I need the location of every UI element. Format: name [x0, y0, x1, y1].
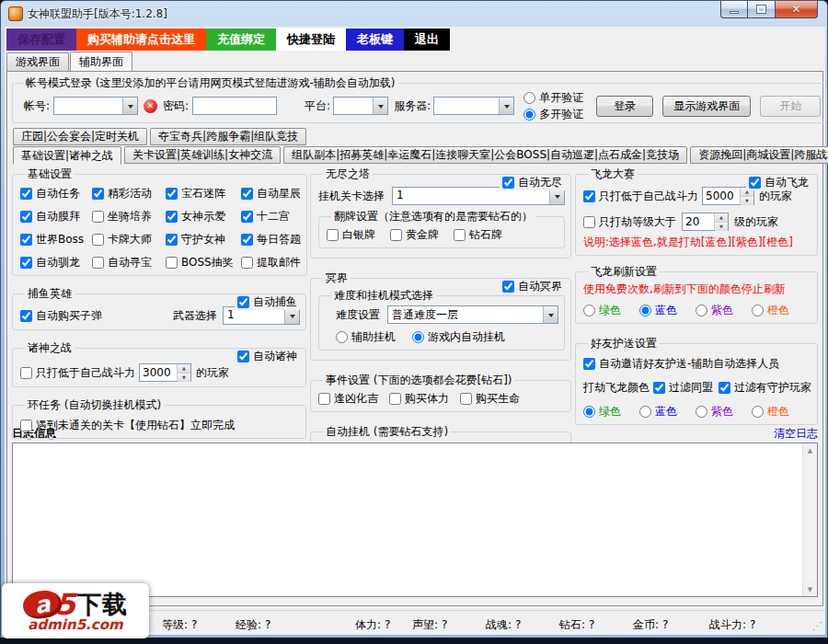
basic-item[interactable]: 宝石迷阵 — [166, 186, 241, 201]
rob-blue-input[interactable] — [639, 406, 651, 418]
refresh-color-blue[interactable]: 蓝色 — [639, 303, 677, 318]
rob-purple-input[interactable] — [696, 406, 707, 418]
close-button[interactable]: ✕ — [776, 1, 818, 18]
basic-item-checkbox[interactable] — [241, 234, 253, 246]
gods-power-filter-checkbox[interactable]: 只打低于自己战斗力 — [20, 365, 135, 381]
buy-life-checkbox[interactable]: 购买生命 — [460, 391, 520, 407]
auto-dragon-input[interactable] — [749, 177, 761, 189]
dragon-level-filter-checkbox[interactable]: 只打劫等级大于 — [583, 214, 676, 230]
basic-item-checkbox[interactable] — [20, 257, 32, 269]
rob-orange-input[interactable] — [752, 406, 764, 418]
lucky-escape-checkbox[interactable]: 逢凶化吉 — [318, 391, 378, 407]
show-game-button[interactable]: 显示游戏界面 — [662, 96, 751, 117]
password-input[interactable] — [192, 97, 277, 115]
rob-color-orange[interactable]: 橙色 — [752, 404, 789, 420]
basic-item[interactable]: 自动驯龙 — [20, 255, 92, 270]
ingame-hang-radio[interactable]: 游戏内自动挂机 — [412, 329, 505, 345]
refresh-color-purple[interactable]: 紫色 — [696, 303, 733, 318]
spinner-up-icon[interactable]: ▲ — [715, 213, 728, 223]
basic-item-checkbox[interactable] — [20, 211, 32, 223]
filter-guarded-checkbox[interactable]: 过滤有守护玩家 — [719, 380, 811, 396]
refresh-green-input[interactable] — [583, 305, 595, 316]
rob-color-blue[interactable]: 蓝色 — [639, 404, 677, 420]
basic-item-checkbox[interactable] — [166, 257, 178, 269]
auto-endless-input[interactable] — [502, 177, 514, 189]
ring-task-input[interactable] — [20, 420, 32, 431]
refresh-purple-input[interactable] — [696, 305, 707, 316]
auto-fishing-input[interactable] — [237, 296, 249, 308]
basic-item[interactable]: 每日答题 — [241, 232, 301, 247]
server-combo[interactable] — [433, 97, 514, 115]
platform-combo-dropdown-icon[interactable] — [373, 98, 387, 114]
refresh-color-orange[interactable]: 橙色 — [752, 303, 789, 318]
rob-color-purple[interactable]: 紫色 — [696, 404, 733, 420]
multi-verify-radio[interactable]: 多开验证 — [523, 107, 583, 122]
filter-guarded-input[interactable] — [719, 382, 730, 394]
dragon-power-filter-input[interactable] — [583, 190, 595, 202]
auto-dragon-checkbox[interactable]: 自动飞龙 — [746, 175, 811, 190]
single-verify-input[interactable] — [523, 92, 535, 104]
tab-resource-group[interactable]: 资源挽回|商城设置|跨服战场 — [690, 146, 828, 164]
buy-stamina-checkbox[interactable]: 购买体力 — [389, 391, 449, 407]
basic-item[interactable]: 女神示爱 — [166, 209, 241, 224]
title-bar[interactable]: 女神联盟助手[版本号:1.2.8] ✕ — [1, 1, 827, 27]
tab-stage-settings-group[interactable]: 关卡设置|英雄训练|女神交流 — [124, 146, 281, 164]
rob-color-green[interactable]: 绿色 — [583, 404, 621, 420]
buy-helper-button[interactable]: 购买辅助请点击这里 — [76, 29, 206, 51]
rob-green-input[interactable] — [583, 406, 595, 418]
basic-item-checkbox[interactable] — [20, 188, 32, 200]
basic-item-checkbox[interactable] — [166, 188, 178, 200]
scroll-down-icon[interactable]: ▼ — [803, 582, 817, 596]
silver-card-checkbox[interactable]: 白银牌 — [327, 227, 375, 243]
refresh-color-green[interactable]: 绿色 — [583, 303, 621, 318]
difficulty-combo-dropdown-icon[interactable] — [543, 306, 558, 323]
basic-item[interactable]: 自动寻宝 — [92, 255, 166, 270]
start-button[interactable]: 开始 — [760, 96, 821, 117]
basic-item-checkbox[interactable] — [92, 234, 104, 246]
basic-item[interactable]: 守护女神 — [166, 232, 241, 247]
recharge-bind-button[interactable]: 充值绑定 — [206, 29, 276, 51]
ring-task-checkbox[interactable]: 遇到未通关的关卡【使用钻石】立即完成 — [20, 418, 235, 433]
invite-escort-checkbox[interactable]: 自动邀请好友护送-辅助自动选择人员 — [583, 356, 779, 372]
basic-item[interactable]: 自动星辰 — [241, 186, 301, 201]
single-verify-radio[interactable]: 单开验证 — [523, 90, 583, 106]
buy-stamina-input[interactable] — [389, 393, 401, 405]
basic-item-checkbox[interactable] — [166, 211, 178, 223]
buy-bullet-checkbox[interactable]: 自动购买子弹 — [20, 308, 102, 324]
assist-hang-input[interactable] — [336, 331, 348, 343]
auto-endless-checkbox[interactable]: 自动无尽 — [500, 175, 565, 190]
gods-power-value[interactable] — [140, 364, 177, 381]
account-combo[interactable] — [53, 97, 138, 115]
tab-game-view[interactable]: 游戏界面 — [6, 52, 69, 71]
basic-item[interactable]: 卡牌大师 — [92, 232, 166, 247]
basic-item-checkbox[interactable] — [241, 188, 253, 200]
diamond-card-checkbox[interactable]: 钻石牌 — [454, 227, 502, 243]
ingame-hang-input[interactable] — [412, 331, 424, 343]
buy-bullet-input[interactable] — [20, 310, 32, 322]
invite-escort-input[interactable] — [583, 358, 595, 370]
basic-item[interactable]: 精彩活动 — [92, 186, 166, 201]
basic-item[interactable]: 世界Boss — [20, 232, 92, 247]
dragon-power-filter-checkbox[interactable]: 只打低于自己战斗力 — [583, 189, 698, 204]
basic-item-checkbox[interactable] — [92, 257, 104, 269]
spinner-down-icon[interactable]: ▼ — [715, 223, 728, 231]
quick-login-button[interactable]: 快捷登陆 — [276, 29, 346, 51]
basic-item[interactable]: 坐骑培养 — [92, 209, 166, 224]
filter-alliance-checkbox[interactable]: 过滤同盟 — [653, 380, 713, 396]
account-combo-dropdown-icon[interactable] — [122, 98, 137, 114]
buy-life-input[interactable] — [460, 393, 472, 405]
auto-gods-input[interactable] — [237, 351, 249, 362]
basic-item-checkbox[interactable] — [241, 211, 253, 223]
log-scrollbar[interactable]: ▲ ▼ — [802, 443, 817, 596]
basic-item-checkbox[interactable] — [241, 257, 253, 269]
diamond-card-input[interactable] — [454, 229, 466, 241]
dragon-level-value[interactable] — [683, 213, 714, 230]
gods-power-filter-input[interactable] — [20, 367, 32, 379]
exit-button[interactable]: 退出 — [404, 29, 450, 51]
dragon-level-filter-input[interactable] — [583, 216, 595, 228]
dragon-level-spinner[interactable]: ▲▼ — [682, 213, 729, 231]
log-output[interactable]: ▲ ▼ — [12, 443, 818, 597]
refresh-orange-input[interactable] — [752, 305, 764, 316]
basic-item[interactable]: BOSS抽奖 — [166, 255, 241, 270]
basic-item[interactable]: 自动膜拜 — [20, 209, 92, 224]
